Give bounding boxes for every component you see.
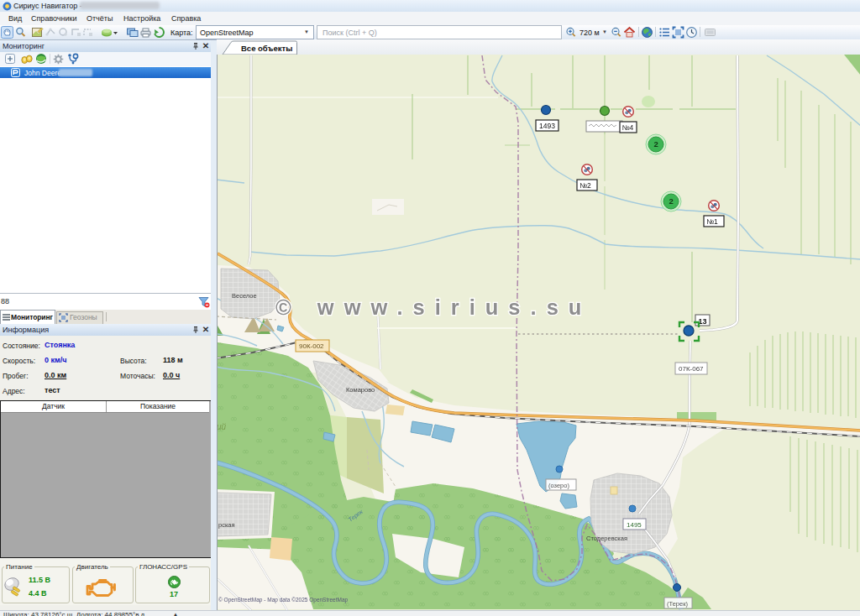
svg-text:Комарово: Комарово <box>346 386 375 394</box>
svg-text:(озеро): (озеро) <box>548 482 569 489</box>
svg-text:Веселое: Веселое <box>232 292 257 300</box>
svg-text:Стодеревская: Стодеревская <box>586 535 627 542</box>
svg-text:© OpenStreetMap - Map data ©20: © OpenStreetMap - Map data ©2025 OpenStr… <box>218 597 348 603</box>
svg-text:07К-067: 07К-067 <box>679 365 704 373</box>
svg-text:© www.sirius.su: © www.sirius.su <box>275 295 591 319</box>
svg-text:№2: №2 <box>579 181 591 190</box>
svg-text:№4: №4 <box>622 123 634 132</box>
svg-text:1493: 1493 <box>539 122 555 130</box>
svg-text:ий: ий <box>218 422 227 431</box>
svg-text:рская: рская <box>218 521 235 529</box>
svg-text:Все объекты: Все объекты <box>241 44 292 53</box>
svg-text:90К-002: 90К-002 <box>299 342 324 350</box>
svg-text:(Терек): (Терек) <box>667 600 688 608</box>
svg-text:1495: 1495 <box>627 521 642 529</box>
svg-text:№1: №1 <box>706 217 718 226</box>
